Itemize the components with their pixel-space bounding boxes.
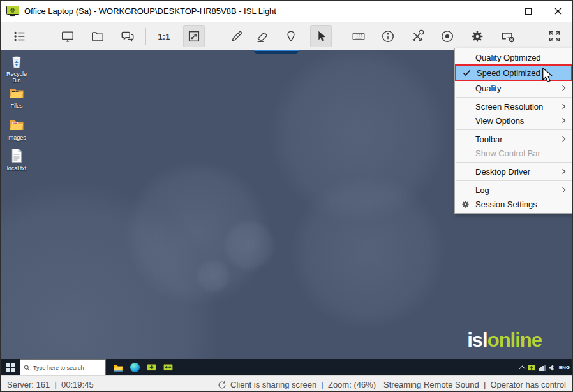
toolbar: 1:1: [1, 22, 572, 50]
gear-icon: [461, 200, 470, 208]
submenu-arrow-icon: [560, 169, 565, 174]
status-bar: Server: 161 | 00:19:45 Client is sharing…: [1, 375, 572, 392]
images-folder-icon: [8, 117, 25, 133]
desktop-icon-label: Images: [7, 134, 26, 141]
search-placeholder-text: Type here to search: [33, 365, 84, 371]
file-transfer-button[interactable]: [87, 25, 108, 47]
control-bar-tab[interactable]: [254, 50, 299, 54]
settings-dropdown-menu: Quality Optimized Speed Optimized Qualit…: [454, 48, 573, 214]
gear-icon: [470, 29, 484, 43]
record-button[interactable]: [436, 25, 458, 47]
menu-item-quality-optimized[interactable]: Quality Optimized: [455, 50, 572, 64]
desktop-icon-images[interactable]: Images: [2, 117, 31, 141]
info-button[interactable]: [377, 25, 399, 47]
close-button[interactable]: [543, 1, 572, 22]
menu-separator: [456, 97, 572, 98]
edge-icon: [130, 363, 140, 372]
fit-screen-button[interactable]: [183, 25, 205, 47]
close-icon: [554, 8, 562, 15]
maximize-button[interactable]: [514, 1, 543, 22]
chat-icon: [121, 29, 135, 43]
submenu-arrow-icon: [560, 187, 565, 192]
file-explorer-taskbar-button[interactable]: [110, 359, 126, 375]
sharing-zoom-status: Client is sharing screen | Zoom: (46%): [230, 380, 376, 389]
desktop-icon-files[interactable]: Files: [2, 85, 31, 109]
desktop-icon-label: local.txt: [7, 165, 27, 171]
minimize-button[interactable]: [484, 1, 514, 22]
desktop-icon-label: Files: [10, 103, 22, 109]
pointer-button[interactable]: [280, 25, 302, 47]
maximize-icon: [525, 8, 532, 15]
edge-taskbar-button[interactable]: [126, 359, 143, 375]
select-cursor-button[interactable]: [310, 25, 332, 47]
isl-tray-icon[interactable]: [528, 365, 535, 371]
menu-item-desktop-driver[interactable]: Desktop Driver: [455, 164, 572, 178]
isl-plus-icon: [146, 363, 157, 372]
menu-separator: [456, 162, 572, 163]
toolbar-separator: [145, 28, 146, 45]
files-folder-icon: [8, 85, 25, 101]
speaker-icon[interactable]: [549, 365, 556, 371]
text-file-icon: [8, 147, 25, 164]
islonline-logo: islonline: [467, 329, 542, 352]
logo-online-text: online: [487, 329, 542, 351]
actual-size-button[interactable]: 1:1: [153, 25, 175, 47]
isl-light-window: Office Laptop (Sa) - WORKGROUP\DESKTOP-H…: [0, 0, 573, 392]
language-indicator[interactable]: ENG: [559, 365, 570, 370]
submenu-arrow-icon: [560, 118, 565, 123]
menu-item-log[interactable]: Log: [455, 183, 572, 197]
eraser-icon: [255, 29, 269, 43]
recycle-bin-icon: [8, 53, 25, 69]
isl-session-taskbar-button[interactable]: [160, 359, 176, 375]
menu-item-show-control-bar: Show Control Bar: [455, 146, 572, 160]
submenu-arrow-icon: [560, 136, 565, 142]
draw-button[interactable]: [226, 25, 248, 47]
file-explorer-icon: [113, 363, 123, 372]
menu-item-screen-resolution[interactable]: Screen Resolution: [455, 99, 572, 113]
app-icon: [6, 6, 19, 17]
tray-chevron-icon[interactable]: [519, 365, 525, 372]
tools-button[interactable]: [406, 25, 428, 47]
pin-icon: [284, 29, 298, 43]
tools-icon: [410, 29, 424, 43]
minimize-icon: [496, 11, 503, 11]
desktop-icon-recycle-bin[interactable]: Recycle Bin: [2, 53, 31, 83]
submenu-arrow-icon: [560, 85, 565, 91]
disconnect-button[interactable]: [497, 25, 519, 47]
menu-item-session-settings[interactable]: Session Settings: [455, 197, 572, 211]
menu-separator: [456, 129, 572, 130]
menu-item-toolbar[interactable]: Toolbar: [455, 132, 572, 146]
system-tray: ENG: [520, 359, 570, 375]
checkmark-icon: [463, 69, 471, 76]
window-title: Office Laptop (Sa) - WORKGROUP\DESKTOP-H…: [24, 6, 276, 16]
menu-item-quality[interactable]: Quality: [455, 81, 572, 95]
chat-button[interactable]: [117, 25, 138, 47]
menu-list-button[interactable]: [9, 25, 31, 47]
desktop-icon-local-txt[interactable]: local.txt: [2, 147, 31, 171]
menu-item-view-options[interactable]: View Options: [455, 113, 572, 127]
fullscreen-button[interactable]: [544, 25, 565, 47]
start-button[interactable]: [1, 359, 20, 375]
server-session-info: Server: 161 | 00:19:45: [7, 380, 94, 389]
submenu-arrow-icon: [560, 104, 565, 109]
isl-connect-taskbar-button[interactable]: [143, 359, 160, 375]
eraser-button[interactable]: [251, 25, 273, 47]
record-icon: [440, 29, 454, 43]
folder-icon: [91, 29, 105, 43]
remote-taskbar: Type here to search: [1, 359, 572, 375]
network-icon[interactable]: [539, 365, 546, 371]
settings-button[interactable]: [466, 25, 488, 47]
taskbar-search-box[interactable]: Type here to search: [20, 359, 106, 375]
toolbar-separator: [214, 28, 214, 45]
monitors-button[interactable]: [57, 25, 78, 47]
info-icon: [381, 29, 395, 43]
search-icon: [24, 365, 30, 371]
expand-icon: [547, 29, 562, 43]
menu-separator: [456, 180, 572, 181]
mouse-cursor-icon: [542, 68, 554, 83]
actual-size-label: 1:1: [158, 32, 170, 41]
pencil-icon: [230, 29, 244, 43]
keyboard-button[interactable]: [348, 25, 369, 47]
menu-item-speed-optimized[interactable]: Speed Optimized: [455, 64, 572, 81]
toolbar-separator: [339, 28, 339, 45]
